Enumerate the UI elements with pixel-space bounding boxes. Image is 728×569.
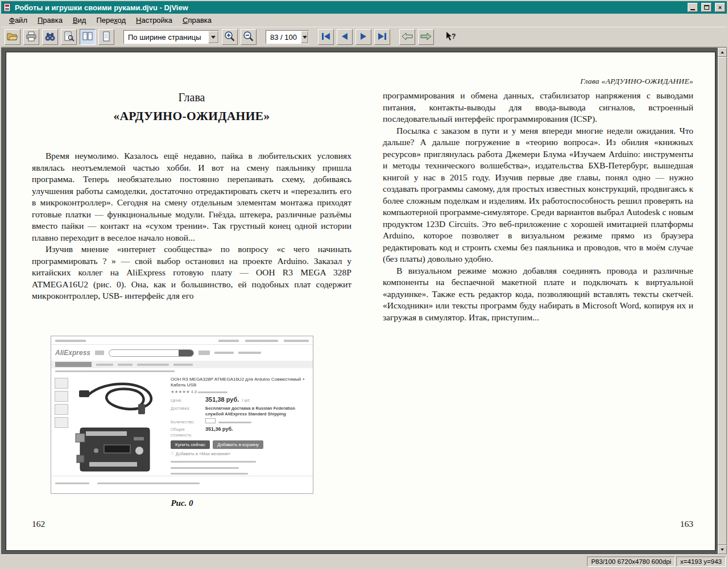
app-icon <box>3 3 12 12</box>
thumbnail-strip <box>55 376 69 475</box>
page-combo-dropdown[interactable] <box>301 31 308 43</box>
zoom-mode-value: По ширине страницы <box>124 33 205 42</box>
close-icon: × <box>718 5 722 11</box>
categories-button <box>55 362 92 367</box>
open-button[interactable] <box>5 29 20 45</box>
price-label: Цена: <box>171 398 202 403</box>
thumbnail <box>55 417 68 428</box>
blurred-text-line <box>171 461 256 463</box>
thumbnail <box>55 378 68 389</box>
zoom-in-button[interactable] <box>222 29 238 45</box>
blurred-text-line <box>171 467 239 469</box>
single-page-button[interactable] <box>98 29 114 45</box>
first-page-icon <box>321 32 331 42</box>
menu-edit[interactable]: Правка <box>33 15 67 26</box>
next-page-button[interactable] <box>355 29 371 45</box>
blurred-text-line <box>55 370 175 372</box>
chapter-title: Глава «АРДУИНО-ОЖИДАНИЕ» <box>32 91 351 123</box>
zoom-combo-dropdown[interactable] <box>208 31 218 43</box>
chevron-down-icon <box>721 549 724 552</box>
page-number-left: 162 <box>32 519 45 529</box>
menu-settings[interactable]: Настройка <box>131 15 177 26</box>
find-button[interactable] <box>42 29 58 45</box>
search-button <box>179 350 193 356</box>
menu-view[interactable]: Вид <box>68 15 91 26</box>
minimize-button[interactable] <box>688 3 698 12</box>
scrollbar-thumb[interactable] <box>718 57 727 545</box>
minimize-icon <box>690 9 695 10</box>
menu-help[interactable]: Справка <box>178 15 216 26</box>
page-number-right: 163 <box>383 519 693 529</box>
left-page-text: Время неумолимо. Казалось ещё недавно, п… <box>32 150 351 302</box>
back-icon <box>402 32 413 42</box>
print-button[interactable] <box>23 29 39 45</box>
side-by-side-button[interactable] <box>80 29 96 45</box>
aliexpress-screenshot-figure: AliExpress <box>51 336 313 494</box>
shipping-label: Доставка: <box>171 406 202 411</box>
chevron-down-icon <box>303 36 307 41</box>
title-bar[interactable]: Роботы и игрушки своими руками.djvu - Dj… <box>1 1 727 14</box>
zoom-mode-combo[interactable]: По ширине страницы <box>123 30 219 44</box>
chapter-title-line2: «АРДУИНО-ОЖИДАНИЕ» <box>32 109 351 123</box>
running-header: Глава «АРДУИНО-ОЖИДАНИЕ» <box>383 77 693 86</box>
svg-text:?: ? <box>452 32 456 40</box>
rating-row: ★★★★★ 4.8 <box>171 389 309 394</box>
add-to-cart-button: Добавить в корзину <box>213 440 263 449</box>
blurred-text-line <box>284 340 309 342</box>
prev-page-button[interactable] <box>337 29 353 45</box>
paragraph: программирования и обмена данных, стабил… <box>383 90 693 125</box>
blurred-text-line <box>245 340 278 342</box>
djview-window: Роботы и игрушки своими руками.djvu - Dj… <box>0 0 728 569</box>
figure-caption: Рис. 0 <box>51 498 313 508</box>
price-unit: / шт. <box>242 398 250 403</box>
wishlist-link: ♡ Добавить в «Мои желания» <box>171 451 309 456</box>
single-page-icon <box>101 31 112 43</box>
last-page-button[interactable] <box>374 29 390 45</box>
shipping-value: Бесплатная доставка в Russian Federation… <box>205 406 309 417</box>
blurred-text-line <box>137 364 169 366</box>
select-button[interactable] <box>61 29 77 45</box>
print-icon <box>26 31 37 43</box>
aliexpress-top-utility-bar <box>51 336 313 345</box>
rating-value: 4.8 <box>191 389 197 394</box>
quantity-stepper <box>205 418 216 423</box>
status-spacer <box>2 556 586 567</box>
scroll-down-button[interactable] <box>718 545 727 554</box>
paragraph: Время неумолимо. Казалось ещё недавно, п… <box>32 150 351 244</box>
total-value: 351,36 руб. <box>205 426 233 432</box>
product-photo <box>72 376 168 475</box>
cart-icon <box>198 351 210 355</box>
whats-this-button[interactable]: ? <box>443 29 459 45</box>
forward-icon <box>420 32 432 42</box>
menu-go[interactable]: Переход <box>92 15 130 26</box>
zoom-out-icon <box>243 31 254 44</box>
blurred-text-line <box>218 422 251 423</box>
menu-file[interactable]: Файл <box>5 15 32 26</box>
vertical-scrollbar[interactable] <box>718 48 727 554</box>
aliexpress-logo: AliExpress <box>55 349 90 357</box>
document-area: Глава «АРДУИНО-ОЖИДАНИЕ» Глава «АРДУИНО-… <box>1 47 727 554</box>
scroll-up-button[interactable] <box>718 48 727 57</box>
back-button[interactable] <box>399 29 415 45</box>
search-input <box>109 349 194 357</box>
chevron-up-icon <box>721 50 724 53</box>
menu-icon <box>95 351 104 355</box>
page-number-combo[interactable]: 83 / 100 <box>266 30 309 44</box>
thumbnail <box>55 391 68 402</box>
last-page-icon <box>377 32 387 42</box>
blurred-text-line <box>173 364 193 366</box>
blurred-text-line <box>97 483 200 484</box>
blurred-text-line <box>171 473 248 475</box>
first-page-button[interactable] <box>318 29 334 45</box>
blurred-text-line <box>214 352 234 354</box>
maximize-button[interactable] <box>701 3 712 12</box>
zoom-out-button[interactable] <box>241 29 257 45</box>
whats-this-icon: ? <box>445 31 457 43</box>
blurred-text-line <box>218 340 239 342</box>
paragraph: Изучив мнение «интернет сообщества» по в… <box>32 244 351 302</box>
thumbnail <box>55 404 68 415</box>
close-button[interactable]: × <box>715 3 725 12</box>
forward-button[interactable] <box>418 29 434 45</box>
blurred-text-line <box>55 483 89 484</box>
window-title: Роботы и игрушки своими руками.djvu - Dj… <box>15 3 684 12</box>
